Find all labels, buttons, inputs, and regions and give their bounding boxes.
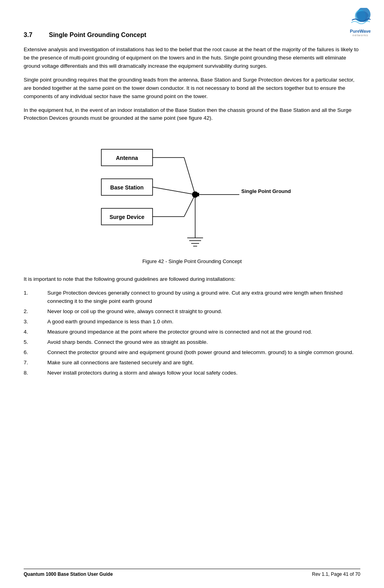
- svg-line-3: [184, 158, 195, 195]
- purewave-logo-icon: [349, 8, 372, 28]
- diagram-container: Antenna Base Station Surge Device: [24, 134, 360, 271]
- page-footer: Quantum 1000 Base Station User Guide Rev…: [24, 569, 360, 577]
- list-item-number: 2.: [24, 308, 47, 316]
- logo-area: PureWave networks: [349, 8, 372, 37]
- list-item-text: Avoid sharp bends. Connect the ground wi…: [47, 338, 360, 347]
- svg-line-4: [153, 187, 195, 195]
- list-item: 3.A good earth ground impedance is less …: [24, 318, 360, 326]
- list-item-number: 4.: [24, 328, 47, 336]
- list-item-text: Never loop or coil up the ground wire, a…: [47, 308, 360, 316]
- figure-caption: Figure 42 - Single Point Grounding Conce…: [142, 258, 242, 264]
- spg-label: Single Point Ground: [241, 188, 291, 194]
- list-item: 2.Never loop or coil up the ground wire,…: [24, 308, 360, 316]
- list-item: 5.Avoid sharp bends. Connect the ground …: [24, 338, 360, 347]
- list-item: 8.Never install protectors during a stor…: [24, 369, 360, 377]
- list-item-number: 1.: [24, 289, 47, 297]
- footer-rev: Rev 1.1, Page 41 of 70: [312, 571, 360, 577]
- svg-line-6: [184, 195, 195, 217]
- paragraph-1: Extensive analysis and investigation of …: [24, 46, 360, 70]
- footer-doc-title: Quantum 1000 Base Station User Guide: [24, 571, 113, 577]
- list-item-number: 3.: [24, 318, 47, 326]
- section-title: Single Point Grounding Concept: [49, 32, 146, 39]
- paragraph-3: In the equipment hut, in the event of an…: [24, 106, 360, 123]
- list-item-text: A good earth ground impedance is less th…: [47, 318, 360, 326]
- section-number: 3.7: [24, 32, 39, 39]
- list-item-number: 7.: [24, 359, 47, 367]
- page-container: PureWave networks 3.7 Single Point Groun…: [0, 0, 384, 588]
- list-item: 6.Connect the protector ground wire and …: [24, 349, 360, 357]
- brand-name: PureWave: [349, 29, 372, 33]
- list-item-number: 5.: [24, 338, 47, 347]
- list-item-number: 6.: [24, 349, 47, 357]
- diagram-svg: Antenna Base Station Surge Device: [89, 134, 295, 253]
- list-item: 4.Measure ground impedance at the point …: [24, 328, 360, 336]
- grounding-diagram: Antenna Base Station Surge Device: [89, 134, 295, 252]
- section-heading: 3.7 Single Point Grounding Concept: [24, 32, 360, 39]
- list-item: 7.Make sure all connections are fastened…: [24, 359, 360, 367]
- list-item-text: Measure ground impedance at the point wh…: [47, 328, 360, 336]
- list-item-text: Connect the protector ground wire and eq…: [47, 349, 360, 357]
- surge-device-label: Surge Device: [110, 214, 145, 220]
- list-item-text: Make sure all connections are fastened s…: [47, 359, 360, 367]
- paragraph-2: Single point grounding requires that the…: [24, 76, 360, 101]
- antenna-label: Antenna: [116, 155, 138, 161]
- list-item: 1.Surge Protection devices generally con…: [24, 289, 360, 306]
- list-item-text: Never install protectors during a storm …: [47, 369, 360, 377]
- intro-line: It is important to note that the followi…: [24, 275, 360, 284]
- guidelines-list: 1.Surge Protection devices generally con…: [24, 289, 360, 377]
- base-station-label: Base Station: [110, 184, 144, 191]
- list-item-number: 8.: [24, 369, 47, 377]
- list-item-text: Surge Protection devices generally conne…: [47, 289, 360, 306]
- brand-sub: networks: [349, 33, 372, 37]
